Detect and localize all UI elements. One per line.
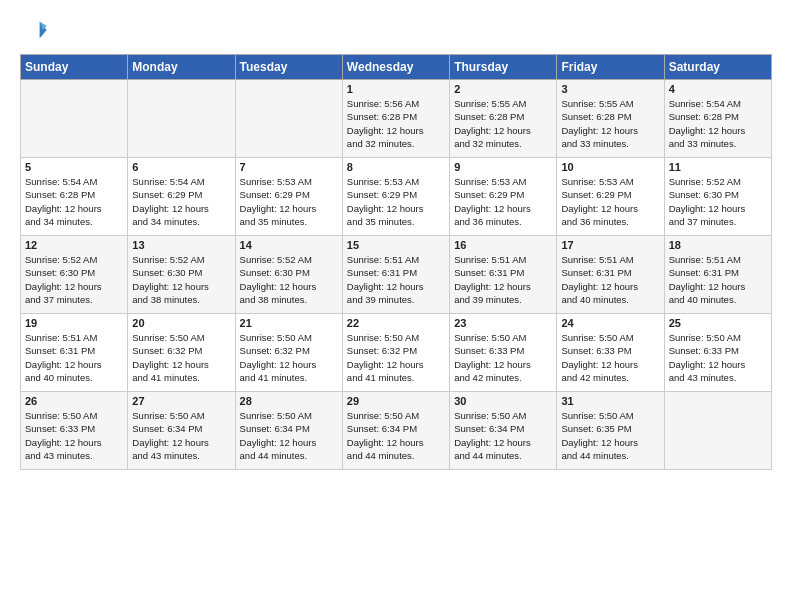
day-cell: 5Sunrise: 5:54 AM Sunset: 6:28 PM Daylig… [21, 158, 128, 236]
header-cell-thursday: Thursday [450, 55, 557, 80]
day-info: Sunrise: 5:50 AM Sunset: 6:34 PM Dayligh… [347, 409, 445, 462]
day-info: Sunrise: 5:50 AM Sunset: 6:32 PM Dayligh… [240, 331, 338, 384]
day-info: Sunrise: 5:50 AM Sunset: 6:32 PM Dayligh… [347, 331, 445, 384]
day-info: Sunrise: 5:54 AM Sunset: 6:29 PM Dayligh… [132, 175, 230, 228]
day-number: 12 [25, 239, 123, 251]
page: SundayMondayTuesdayWednesdayThursdayFrid… [0, 0, 792, 480]
day-cell: 18Sunrise: 5:51 AM Sunset: 6:31 PM Dayli… [664, 236, 771, 314]
day-cell [21, 80, 128, 158]
day-number: 14 [240, 239, 338, 251]
day-cell: 28Sunrise: 5:50 AM Sunset: 6:34 PM Dayli… [235, 392, 342, 470]
day-cell: 30Sunrise: 5:50 AM Sunset: 6:34 PM Dayli… [450, 392, 557, 470]
header-cell-sunday: Sunday [21, 55, 128, 80]
header-cell-monday: Monday [128, 55, 235, 80]
day-cell: 17Sunrise: 5:51 AM Sunset: 6:31 PM Dayli… [557, 236, 664, 314]
day-cell: 15Sunrise: 5:51 AM Sunset: 6:31 PM Dayli… [342, 236, 449, 314]
day-number: 28 [240, 395, 338, 407]
day-info: Sunrise: 5:54 AM Sunset: 6:28 PM Dayligh… [669, 97, 767, 150]
day-info: Sunrise: 5:55 AM Sunset: 6:28 PM Dayligh… [454, 97, 552, 150]
day-info: Sunrise: 5:50 AM Sunset: 6:32 PM Dayligh… [132, 331, 230, 384]
week-row-4: 19Sunrise: 5:51 AM Sunset: 6:31 PM Dayli… [21, 314, 772, 392]
day-info: Sunrise: 5:53 AM Sunset: 6:29 PM Dayligh… [454, 175, 552, 228]
day-number: 11 [669, 161, 767, 173]
day-cell: 13Sunrise: 5:52 AM Sunset: 6:30 PM Dayli… [128, 236, 235, 314]
day-number: 25 [669, 317, 767, 329]
day-number: 31 [561, 395, 659, 407]
day-number: 1 [347, 83, 445, 95]
week-row-1: 1Sunrise: 5:56 AM Sunset: 6:28 PM Daylig… [21, 80, 772, 158]
day-number: 3 [561, 83, 659, 95]
day-number: 7 [240, 161, 338, 173]
week-row-3: 12Sunrise: 5:52 AM Sunset: 6:30 PM Dayli… [21, 236, 772, 314]
day-info: Sunrise: 5:53 AM Sunset: 6:29 PM Dayligh… [240, 175, 338, 228]
day-cell: 16Sunrise: 5:51 AM Sunset: 6:31 PM Dayli… [450, 236, 557, 314]
day-cell [235, 80, 342, 158]
day-number: 18 [669, 239, 767, 251]
day-number: 9 [454, 161, 552, 173]
day-number: 21 [240, 317, 338, 329]
day-info: Sunrise: 5:51 AM Sunset: 6:31 PM Dayligh… [347, 253, 445, 306]
header-cell-saturday: Saturday [664, 55, 771, 80]
day-info: Sunrise: 5:51 AM Sunset: 6:31 PM Dayligh… [561, 253, 659, 306]
day-cell: 7Sunrise: 5:53 AM Sunset: 6:29 PM Daylig… [235, 158, 342, 236]
day-info: Sunrise: 5:53 AM Sunset: 6:29 PM Dayligh… [347, 175, 445, 228]
day-cell: 8Sunrise: 5:53 AM Sunset: 6:29 PM Daylig… [342, 158, 449, 236]
day-cell: 29Sunrise: 5:50 AM Sunset: 6:34 PM Dayli… [342, 392, 449, 470]
day-cell: 3Sunrise: 5:55 AM Sunset: 6:28 PM Daylig… [557, 80, 664, 158]
day-info: Sunrise: 5:52 AM Sunset: 6:30 PM Dayligh… [25, 253, 123, 306]
logo [20, 16, 50, 44]
header-cell-wednesday: Wednesday [342, 55, 449, 80]
day-info: Sunrise: 5:51 AM Sunset: 6:31 PM Dayligh… [454, 253, 552, 306]
day-info: Sunrise: 5:52 AM Sunset: 6:30 PM Dayligh… [132, 253, 230, 306]
day-number: 30 [454, 395, 552, 407]
header-cell-friday: Friday [557, 55, 664, 80]
day-info: Sunrise: 5:52 AM Sunset: 6:30 PM Dayligh… [669, 175, 767, 228]
day-cell: 21Sunrise: 5:50 AM Sunset: 6:32 PM Dayli… [235, 314, 342, 392]
day-number: 5 [25, 161, 123, 173]
day-number: 16 [454, 239, 552, 251]
day-number: 24 [561, 317, 659, 329]
day-cell: 10Sunrise: 5:53 AM Sunset: 6:29 PM Dayli… [557, 158, 664, 236]
day-cell: 1Sunrise: 5:56 AM Sunset: 6:28 PM Daylig… [342, 80, 449, 158]
header [20, 16, 772, 44]
day-info: Sunrise: 5:56 AM Sunset: 6:28 PM Dayligh… [347, 97, 445, 150]
day-number: 4 [669, 83, 767, 95]
day-info: Sunrise: 5:51 AM Sunset: 6:31 PM Dayligh… [25, 331, 123, 384]
week-row-5: 26Sunrise: 5:50 AM Sunset: 6:33 PM Dayli… [21, 392, 772, 470]
calendar-table: SundayMondayTuesdayWednesdayThursdayFrid… [20, 54, 772, 470]
day-cell: 2Sunrise: 5:55 AM Sunset: 6:28 PM Daylig… [450, 80, 557, 158]
day-cell: 24Sunrise: 5:50 AM Sunset: 6:33 PM Dayli… [557, 314, 664, 392]
day-number: 29 [347, 395, 445, 407]
day-info: Sunrise: 5:55 AM Sunset: 6:28 PM Dayligh… [561, 97, 659, 150]
day-cell: 23Sunrise: 5:50 AM Sunset: 6:33 PM Dayli… [450, 314, 557, 392]
day-number: 6 [132, 161, 230, 173]
day-info: Sunrise: 5:54 AM Sunset: 6:28 PM Dayligh… [25, 175, 123, 228]
day-cell: 22Sunrise: 5:50 AM Sunset: 6:32 PM Dayli… [342, 314, 449, 392]
day-number: 22 [347, 317, 445, 329]
day-cell: 19Sunrise: 5:51 AM Sunset: 6:31 PM Dayli… [21, 314, 128, 392]
day-info: Sunrise: 5:50 AM Sunset: 6:33 PM Dayligh… [454, 331, 552, 384]
day-cell: 9Sunrise: 5:53 AM Sunset: 6:29 PM Daylig… [450, 158, 557, 236]
header-cell-tuesday: Tuesday [235, 55, 342, 80]
day-cell: 4Sunrise: 5:54 AM Sunset: 6:28 PM Daylig… [664, 80, 771, 158]
day-number: 2 [454, 83, 552, 95]
day-number: 10 [561, 161, 659, 173]
day-cell: 27Sunrise: 5:50 AM Sunset: 6:34 PM Dayli… [128, 392, 235, 470]
header-row: SundayMondayTuesdayWednesdayThursdayFrid… [21, 55, 772, 80]
day-info: Sunrise: 5:50 AM Sunset: 6:34 PM Dayligh… [240, 409, 338, 462]
day-cell: 20Sunrise: 5:50 AM Sunset: 6:32 PM Dayli… [128, 314, 235, 392]
day-cell: 11Sunrise: 5:52 AM Sunset: 6:30 PM Dayli… [664, 158, 771, 236]
day-info: Sunrise: 5:50 AM Sunset: 6:33 PM Dayligh… [25, 409, 123, 462]
day-info: Sunrise: 5:50 AM Sunset: 6:33 PM Dayligh… [669, 331, 767, 384]
day-info: Sunrise: 5:50 AM Sunset: 6:34 PM Dayligh… [132, 409, 230, 462]
logo-icon [20, 16, 48, 44]
day-number: 23 [454, 317, 552, 329]
day-cell [128, 80, 235, 158]
day-cell: 26Sunrise: 5:50 AM Sunset: 6:33 PM Dayli… [21, 392, 128, 470]
day-number: 20 [132, 317, 230, 329]
day-cell: 14Sunrise: 5:52 AM Sunset: 6:30 PM Dayli… [235, 236, 342, 314]
day-cell: 31Sunrise: 5:50 AM Sunset: 6:35 PM Dayli… [557, 392, 664, 470]
day-cell: 12Sunrise: 5:52 AM Sunset: 6:30 PM Dayli… [21, 236, 128, 314]
day-info: Sunrise: 5:50 AM Sunset: 6:34 PM Dayligh… [454, 409, 552, 462]
week-row-2: 5Sunrise: 5:54 AM Sunset: 6:28 PM Daylig… [21, 158, 772, 236]
